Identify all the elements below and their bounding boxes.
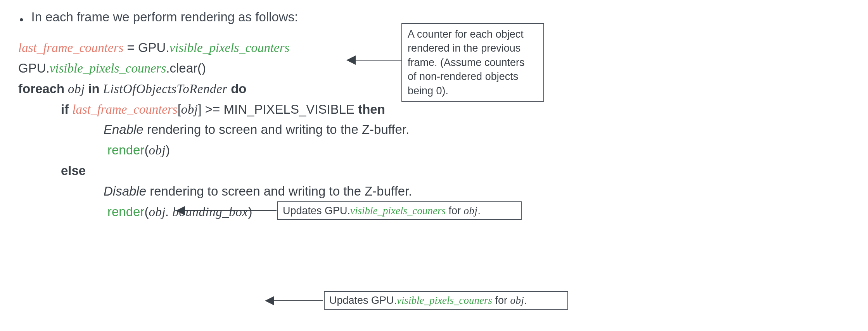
text: Updates GPU. [329,295,397,306]
text: ( [144,143,149,157]
text: ] >= MIN_PIXELS_VISIBLE [198,102,358,116]
disable-word: Disable [104,184,146,198]
code-line-8: Disable rendering to screen and writing … [104,181,868,202]
var-obj: obj [464,205,478,217]
var-visible-pixels-couners: visible_pixels_couners [397,295,492,306]
fn-render: render [107,204,144,219]
kw-do: do [231,81,246,96]
text: rendering to screen and writing to the Z… [146,184,412,198]
var-visible-pixels-counters: visible_pixels_counters [169,41,290,55]
annotation-render-bbox: Updates GPU.visible_pixels_couners for o… [324,291,568,310]
text: for [492,295,510,306]
text: . [524,295,527,306]
text: [ [178,102,181,116]
code-line-5: Enable rendering to screen and writing t… [104,120,868,140]
var-visible-pixels-couners: visible_pixels_couners [50,61,166,75]
var-obj: obj [149,143,166,157]
kw-foreach: foreach [18,81,64,96]
enable-word: Enable [104,122,144,137]
var-list: ListOfObjectsToRender [100,82,231,96]
text: ) [166,143,170,157]
annotation-text: frame. (Assume counters [408,57,525,68]
code-line-6: render(obj) [104,140,868,161]
annotation-text: rendered in the previous [408,42,520,54]
text: rendering to screen and writing to the Z… [144,122,409,137]
var-bounding-box: obj. bounding_box [149,205,248,219]
slide-page: • In each frame we perform rendering as … [0,0,868,331]
kw-in: in [88,81,99,96]
annotation-render-obj: Updates GPU.visible_pixels_couners for o… [277,201,522,220]
var-last-frame-counters: last_frame_counters [18,41,123,55]
annotation-text: of non-rendered objects [408,71,518,82]
var-obj: obj [181,102,198,116]
text: for [446,205,464,217]
fn-render: render [107,143,144,157]
annotation-counter: A counter for each object rendered in th… [401,23,544,102]
text: ( [144,204,149,219]
text: ) [248,204,252,219]
code-line-7: else [61,161,868,181]
text: GPU. [18,61,50,75]
var-last-frame-counters: last_frame_counters [72,102,177,116]
text: .clear() [166,61,206,75]
title-text: In each frame we perform rendering as fo… [31,7,298,27]
var-obj: obj [510,295,524,306]
text: = GPU. [123,40,169,55]
code-line-4: if last_frame_counters[obj] >= MIN_PIXEL… [61,99,868,120]
bullet-icon: • [19,14,24,26]
kw-if: if [61,102,72,116]
annotation-text: A counter for each object [408,28,524,40]
kw-then: then [358,102,385,116]
text: . [478,205,481,217]
var-visible-pixels-couners: visible_pixels_couners [350,205,446,217]
text: Updates GPU. [283,205,350,217]
var-obj: obj [64,82,88,96]
annotation-text: being 0). [408,85,448,97]
kw-else: else [61,163,86,178]
